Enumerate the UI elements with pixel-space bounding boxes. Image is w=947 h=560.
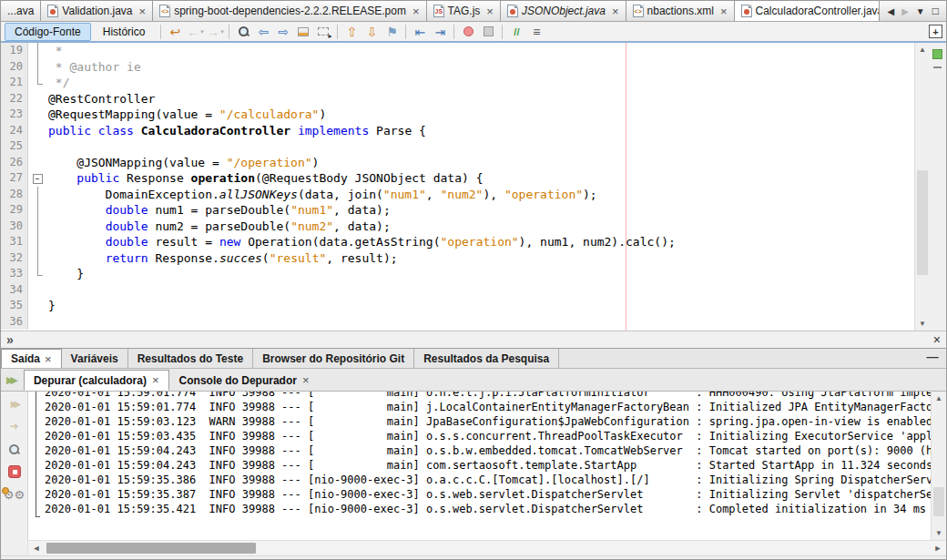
code-editor[interactable]: 19 *20 * @author ie21 */22@RestControlle… [1,43,946,331]
debug-tab-depurar-calculadora-[interactable]: Depurar (calculadora)× [24,370,169,391]
stop-macro-recording-button[interactable] [478,23,498,41]
tab-close-icon[interactable]: × [152,373,159,387]
code-line[interactable]: 23@RequestMapping(value = "/calculadora"… [1,107,914,123]
editor-close-icon[interactable]: × [933,332,941,347]
log-line[interactable]: 2020-01-01 15:59:04.243 INFO 39988 --- [… [45,458,931,473]
tab-close-icon[interactable]: × [45,352,52,366]
tab-close-icon[interactable]: × [486,5,494,17]
debugger-settings-button[interactable]: ⚙⚙ [5,486,24,503]
editor-tab-tag-js[interactable]: TAG.js× [427,1,501,21]
code-line[interactable]: 22@RestController [1,91,914,107]
code-line[interactable]: 21 */ [1,75,914,91]
tab-close-icon[interactable]: × [412,5,420,17]
log-line[interactable]: 2020-01-01 15:59:35.421 INFO 39988 --- [… [45,502,931,516]
history-view-button[interactable]: Histórico [93,23,156,41]
scroll-up-icon[interactable]: ▲ [915,46,930,54]
output-tab-sa-da[interactable]: Saída× [1,349,62,368]
scroll-down-icon[interactable]: ▼ [932,529,946,537]
find-previous-occurrence-button[interactable]: ⇦ [253,23,273,41]
maximize-window-button[interactable]: □ [932,5,939,17]
code-line[interactable]: 31 double result = new Operation(data.ge… [1,234,914,250]
editor-tab-calculadoracontroller-java[interactable]: CalculadoraController.java× [735,1,880,21]
prev-document-button[interactable]: ◀ [887,6,894,16]
log-line[interactable]: 2020-01-01 15:59:35.387 INFO 39988 --- [… [45,487,931,502]
editor-tab-jsonobject-java[interactable]: JSONObject.java× [501,1,626,21]
scroll-left-icon[interactable]: ◄ [30,542,43,555]
fold-indicator[interactable] [28,266,48,282]
breadcrumb-expand-icon[interactable]: » [6,332,14,347]
minimize-panel-button[interactable]: — [924,351,941,365]
document-list-button[interactable]: ▼ [916,6,925,16]
log-line[interactable]: 2020-01-01 15:59:01.774 INFO 39988 --- [… [45,392,931,400]
editor-tab-spring-boot-dependencies-2-2-2-release-pom[interactable]: spring-boot-dependencies-2.2.2.RELEASE.p… [153,1,426,21]
code-line[interactable]: 33 } [1,266,914,282]
code-line[interactable]: 29 double num1 = parseDouble("num1", dat… [1,202,914,219]
toggle-highlight-search-button[interactable] [293,23,313,41]
scroll-up-icon[interactable]: ▲ [932,394,946,402]
editor-vertical-scrollbar[interactable]: ▲ ▼ [914,43,930,331]
code-line[interactable]: 28 DomainException.allJSONKeys(data, joi… [1,187,914,203]
debug-tab-console-do-depurador[interactable]: Console do Depurador× [169,370,320,391]
dropdown-arrow-icon[interactable]: ▾ [200,28,204,36]
tab-close-icon[interactable]: × [720,5,728,17]
shift-line-right-button[interactable]: ⇥ [430,23,450,41]
fold-indicator[interactable] [28,250,48,267]
console-log[interactable]: 2020-01-01 15:59:01.774 INFO 39988 --- [… [28,392,931,540]
code-line[interactable]: 34 [1,282,914,299]
scrollbar-thumb[interactable] [917,170,928,275]
log-line[interactable]: 2020-01-01 15:59:03.123 WARN 39988 --- [… [45,414,931,429]
fold-indicator[interactable] [28,187,48,203]
rectangular-selection-button[interactable] [313,23,333,41]
output-tab-resultados-da-pesquisa[interactable]: Resultados da Pesquisa [414,349,559,368]
fold-indicator[interactable] [28,59,48,76]
scrollbar-thumb[interactable] [46,543,256,554]
log-line[interactable]: 2020-01-01 15:59:04.243 INFO 39988 --- [… [45,443,931,458]
console-horizontal-scrollbar[interactable]: ◄ ► [28,540,946,555]
code-line[interactable]: 27 public Response operation(@RequestBod… [1,170,914,187]
no-errors-badge[interactable] [932,49,942,59]
fold-indicator[interactable] [28,234,48,250]
previous-bookmark-button[interactable]: ⇧ [341,23,361,41]
start-macro-recording-button[interactable] [458,23,478,41]
editor-tab-validation-java[interactable]: Validation.java× [41,1,153,21]
tab-close-icon[interactable]: × [139,5,147,17]
tab-close-icon[interactable]: × [302,373,310,387]
comment-button[interactable]: // [506,23,526,41]
source-view-button[interactable]: Código-Fonte [5,23,91,41]
fold-indicator[interactable] [28,170,48,187]
find-selection-button[interactable] [233,23,253,41]
scroll-right-icon[interactable]: ► [932,542,944,555]
code-line[interactable]: 25 [1,138,914,155]
code-line[interactable]: 19 * [1,43,914,59]
fold-indicator[interactable] [28,43,48,59]
fold-indicator[interactable] [28,219,48,235]
console-vertical-scrollbar[interactable]: ▲ ▼ [931,392,946,540]
fold-indicator[interactable] [28,75,48,91]
scroll-down-icon[interactable]: ▼ [915,320,930,328]
uncomment-button[interactable]: ≡ [526,23,546,41]
code-line[interactable]: 32 return Response.succes("result", resu… [1,250,914,267]
shift-line-left-button[interactable]: ⇤ [410,23,430,41]
jump-last-edit-button[interactable]: ↩ [165,23,185,41]
code-line[interactable]: 36 [1,314,914,331]
code-line[interactable]: 30 double num2 = parseDouble("num2", dat… [1,219,914,235]
log-line[interactable]: 2020-01-01 15:59:01.774 INFO 39988 --- [… [45,400,931,414]
output-fold-bracket[interactable] [36,392,36,517]
split-window-button[interactable]: + [929,25,942,38]
editor-tab-nbactions-xml[interactable]: nbactions.xml× [626,1,735,21]
editor-tab-partial[interactable]: ...ava [1,1,41,21]
stop-debugger-button[interactable] [5,463,24,480]
output-tab-resultados-do-teste[interactable]: Resultados do Teste [128,349,253,368]
dropdown-arrow-icon[interactable]: ▾ [220,28,224,36]
toggle-bookmark-button[interactable]: ⚑ [382,23,402,41]
fold-indicator[interactable] [28,202,48,219]
output-tab-vari-veis[interactable]: Variáveis [62,349,128,368]
code-line[interactable]: 35} [1,298,914,314]
scrollbar-thumb[interactable] [933,487,944,516]
code-line[interactable]: 24public class CalculadoraController imp… [1,123,914,139]
next-bookmark-button[interactable]: ⇩ [361,23,382,41]
code-line[interactable]: 26 @JSONMapping(value = "/operation") [1,155,914,171]
output-tab-browser-do-reposit-rio-git[interactable]: Browser do Repositório Git [253,349,414,368]
find-next-occurrence-button[interactable]: ⇨ [273,23,293,41]
log-line[interactable]: 2020-01-01 15:59:35.386 INFO 39988 --- [… [45,473,931,487]
